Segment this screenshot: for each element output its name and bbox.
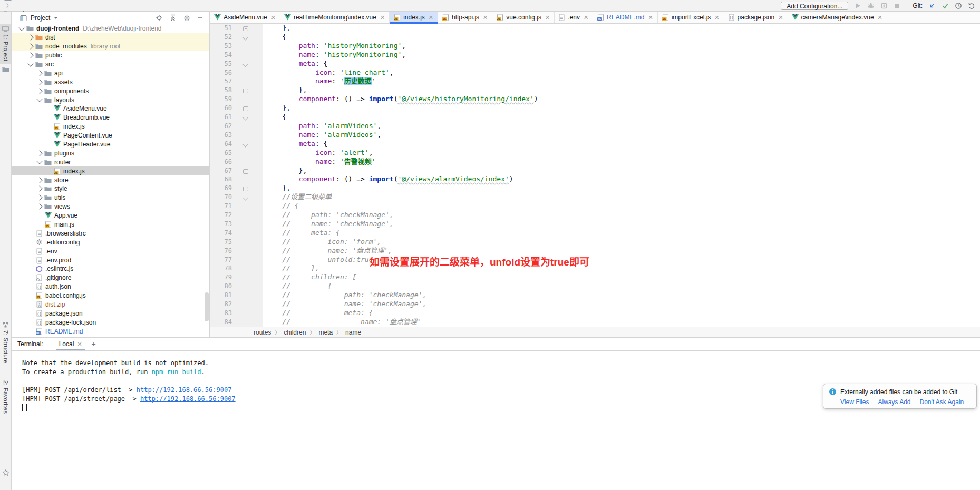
chevron-down-icon[interactable] xyxy=(36,96,42,102)
code-line-63[interactable]: 63 name: 'alarmVideos', xyxy=(210,131,980,140)
tree-item-babel.config.js[interactable]: JSbabel.config.js xyxy=(12,291,209,300)
close-icon[interactable]: ✕ xyxy=(483,14,488,21)
tree-item-public[interactable]: public xyxy=(12,51,209,60)
tree-item-src[interactable]: src xyxy=(12,60,209,69)
code-line-66[interactable]: 66 name: '告警视频' xyxy=(210,158,980,166)
editor-tab-realTimeMonitoring-index.vue[interactable]: realTimeMonitoring\index.vue✕ xyxy=(280,12,390,23)
star-icon[interactable] xyxy=(2,469,9,476)
code-line-70[interactable]: 70 //设置二级菜单 xyxy=(210,193,980,202)
tree-item-.eslintrc.js[interactable]: .eslintrc.js xyxy=(12,264,209,273)
gear-button[interactable] xyxy=(182,14,191,22)
tree-item-.env.prod[interactable]: .env.prod xyxy=(12,256,209,264)
tree-item-.editorconfig[interactable]: .editorconfig xyxy=(12,238,209,247)
code-line-58[interactable]: 58 }, xyxy=(210,86,980,95)
code-line-65[interactable]: 65 icon: 'alert', xyxy=(210,149,980,158)
clock-button[interactable] xyxy=(954,2,963,10)
terminal-output[interactable]: Note that the development build is not o… xyxy=(22,359,236,413)
code-line-83[interactable]: 83 // meta: { xyxy=(210,309,980,318)
fold-collapse-icon[interactable] xyxy=(243,89,248,93)
code-line-77[interactable]: 77 // unfold:true xyxy=(210,256,980,264)
fold-chevron-icon[interactable] xyxy=(243,195,248,201)
tree-item-.browserslistrc[interactable]: .browserslistrc xyxy=(12,229,209,238)
editor-tab-package.json[interactable]: {}package.json✕ xyxy=(724,12,788,23)
tree-item-Breadcrumb.vue[interactable]: Breadcrumb.vue xyxy=(12,113,209,122)
tree-item-package-lock.json[interactable]: {}package-lock.json xyxy=(12,318,209,327)
fold-collapse-icon[interactable] xyxy=(243,26,248,31)
code-line-60[interactable]: 60 }, xyxy=(210,104,980,113)
tree-item-.gitignore[interactable]: .gitignore xyxy=(12,273,209,282)
fold-chevron-icon[interactable] xyxy=(243,142,248,147)
terminal-tab-local[interactable]: Local ✕ xyxy=(55,338,86,350)
editor-breadcrumb-meta[interactable]: meta xyxy=(318,329,333,336)
chevron-right-icon[interactable] xyxy=(27,52,33,58)
gitcommit-button[interactable] xyxy=(941,2,949,10)
code-line-61[interactable]: 61 { xyxy=(210,113,980,122)
code-line-51[interactable]: 51 }, xyxy=(210,24,980,33)
fold-collapse-icon[interactable] xyxy=(243,169,248,174)
tree-item-AsideMenu.vue[interactable]: AsideMenu.vue xyxy=(12,104,209,113)
close-icon[interactable]: ✕ xyxy=(778,14,783,21)
code-line-53[interactable]: 53 path: 'historyMonitoring', xyxy=(210,42,980,51)
close-icon[interactable]: ✕ xyxy=(271,14,276,21)
editor-breadcrumb-children[interactable]: children xyxy=(284,329,306,336)
tree-item-layouts[interactable]: layouts xyxy=(12,95,209,104)
tree-item-plugins[interactable]: plugins xyxy=(12,149,209,158)
new-terminal-button[interactable]: + xyxy=(92,340,96,348)
chevron-right-icon[interactable] xyxy=(36,186,42,192)
notification-action-Don-t-Ask-Again[interactable]: Don't Ask Again xyxy=(920,398,964,406)
fold-collapse-icon[interactable] xyxy=(243,187,248,191)
chevron-right-icon[interactable] xyxy=(27,44,33,50)
notification-action-View-Files[interactable]: View Files xyxy=(840,398,869,406)
code-line-79[interactable]: 79 // children: [ xyxy=(210,273,980,282)
tree-item-duoji-frontend[interactable]: duoji-frontendD:\zheheWeb\duoji-frontend xyxy=(12,24,209,33)
code-line-57[interactable]: 57 name: '历史数据' xyxy=(210,77,980,86)
editor-tab-README.md[interactable]: MDREADME.md✕ xyxy=(593,12,658,23)
code-line-81[interactable]: 81 // path: 'checkManage', xyxy=(210,291,980,300)
collapse-button[interactable] xyxy=(168,14,178,22)
chevron-right-icon[interactable] xyxy=(36,177,42,183)
tree-item-dist.zip[interactable]: dist.zip xyxy=(12,300,209,309)
close-icon[interactable]: ✕ xyxy=(429,14,433,21)
code-line-64[interactable]: 64 meta: { xyxy=(210,140,980,149)
sidebar-tab-favorites[interactable]: 2: Favorites xyxy=(0,380,11,414)
tree-item-components[interactable]: components xyxy=(12,86,209,95)
chevron-right-icon[interactable] xyxy=(36,150,42,156)
minus-button[interactable] xyxy=(196,14,205,22)
code-line-67[interactable]: 67 }, xyxy=(210,166,980,175)
chevron-down-icon[interactable] xyxy=(54,17,58,19)
code-line-82[interactable]: 82 // name: 'checkManage', xyxy=(210,300,980,309)
chevron-right-icon[interactable] xyxy=(36,79,42,85)
target-button[interactable] xyxy=(154,14,164,22)
terminal-link[interactable]: http://192.168.66.56:9007 xyxy=(137,386,232,394)
bug-button[interactable] xyxy=(867,2,875,10)
code-line-59[interactable]: 59 component: () => import('@/views/hist… xyxy=(210,95,980,104)
gitpull-button[interactable] xyxy=(928,2,936,10)
tree-item-auth.json[interactable]: {}auth.json xyxy=(12,282,209,291)
editor-tab-cameraManage-index.vue[interactable]: cameraManage\index.vue✕ xyxy=(788,12,887,23)
code-line-84[interactable]: 84 // name: '盘点管理' xyxy=(210,318,980,327)
play-button[interactable] xyxy=(853,2,862,10)
close-icon[interactable]: ✕ xyxy=(545,14,550,21)
close-icon[interactable]: ✕ xyxy=(380,14,385,21)
editor-tab-index.js[interactable]: JSindex.js✕ xyxy=(390,12,438,23)
tree-item-index.js[interactable]: JSindex.js xyxy=(12,122,209,131)
project-panel-title[interactable]: Project xyxy=(31,14,50,22)
tree-item-router[interactable]: router xyxy=(12,158,209,166)
close-icon[interactable]: ✕ xyxy=(648,14,653,21)
chevron-down-icon[interactable] xyxy=(36,159,42,164)
editor-tab-vue.config.js[interactable]: JSvue.config.js✕ xyxy=(492,12,555,23)
code-editor[interactable]: 51 },52 {53 path: 'historyMonitoring',54… xyxy=(210,24,980,327)
sidebar-tab-project[interactable]: 1: Project xyxy=(0,24,11,64)
folder-icon[interactable] xyxy=(2,66,9,73)
tree-item-index.js[interactable]: JSindex.js xyxy=(12,166,209,175)
code-line-62[interactable]: 62 path: 'alarmVideos', xyxy=(210,122,980,131)
rollback-button[interactable] xyxy=(967,2,976,10)
tree-item-utils[interactable]: utils xyxy=(12,193,209,202)
editor-tab-http-api.js[interactable]: JShttp-api.js✕ xyxy=(438,12,492,23)
add-configuration-button[interactable]: Add Configuration... xyxy=(781,2,848,10)
project-tree-scrollbar[interactable] xyxy=(205,292,209,321)
code-line-69[interactable]: 69 }, xyxy=(210,184,980,193)
code-line-78[interactable]: 78 // }, xyxy=(210,264,980,273)
fold-chevron-icon[interactable] xyxy=(243,115,248,121)
editor-breadcrumb-name[interactable]: name xyxy=(345,329,361,336)
